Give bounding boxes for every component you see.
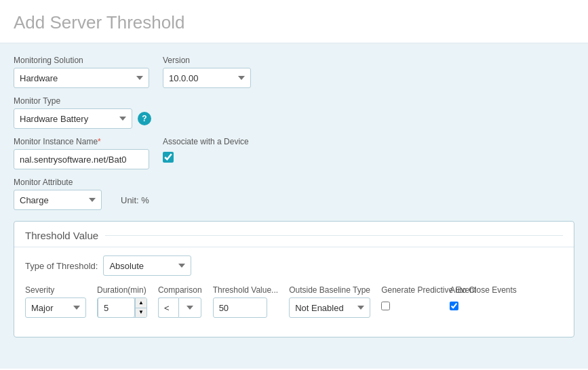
version-group: Version 10.0.00 9.0.00 8.0.00 [163, 56, 251, 88]
comparison-header: Comparison [158, 285, 202, 295]
duration-input[interactable] [98, 297, 135, 318]
help-icon[interactable]: ? [138, 112, 151, 125]
outside-baseline-col: Outside Baseline Type Not Enabled Enable… [289, 285, 370, 318]
monitor-instance-input[interactable] [14, 149, 149, 169]
version-select[interactable]: 10.0.00 9.0.00 8.0.00 [163, 68, 251, 88]
required-asterisk: * [98, 137, 101, 146]
outside-baseline-header: Outside Baseline Type [289, 285, 370, 295]
threshold-value-input[interactable] [213, 297, 267, 318]
monitor-type-label: Monitor Type [14, 96, 574, 106]
comparison-select[interactable]: < > <= >= = [178, 297, 201, 318]
threshold-value-header: Threshold Value... [213, 285, 279, 295]
comparison-input[interactable] [158, 297, 178, 318]
monitoring-solution-label: Monitoring Solution [14, 56, 149, 65]
severity-header: Severity [25, 285, 86, 295]
monitor-instance-label: Monitor Instance Name* [14, 137, 149, 146]
associate-group: Associate with a Device [163, 137, 249, 165]
comparison-col: Comparison < > <= >= = [158, 285, 202, 318]
version-label: Version [163, 56, 251, 65]
monitor-attribute-select[interactable]: Charge Status Voltage [14, 190, 102, 210]
duration-up-button[interactable]: ▲ [136, 298, 146, 308]
threshold-type-label: Type of Threshold: [25, 261, 98, 271]
auto-close-header: Auto Close Events [450, 285, 501, 296]
duration-spinner: ▲ ▼ [135, 298, 146, 317]
content-area: Monitoring Solution Hardware Software Ne… [0, 43, 588, 369]
page-header: Add Server Threshold [0, 0, 588, 43]
generate-predictive-col: Generate Predictive Event [381, 285, 439, 310]
severity-col: Severity Major Minor Critical Warning [25, 285, 86, 318]
auto-close-col: Auto Close Events [450, 285, 501, 310]
threshold-type-select[interactable]: Absolute Relative Baseline [103, 255, 191, 276]
outside-baseline-select[interactable]: Not Enabled Enabled [289, 297, 370, 318]
monitor-attribute-label: Monitor Attribute [14, 178, 102, 187]
threshold-section-title: Threshold Value [25, 230, 98, 241]
monitoring-solution-select[interactable]: Hardware Software Network [14, 68, 149, 88]
page-title-plain: Add Server [14, 12, 102, 33]
associate-checkbox[interactable] [163, 152, 174, 163]
monitoring-solution-group: Monitoring Solution Hardware Software Ne… [14, 56, 149, 88]
duration-wrapper: ▲ ▼ [97, 297, 147, 318]
generate-predictive-header: Generate Predictive Event [381, 285, 439, 296]
threshold-value-col: Threshold Value... [213, 285, 279, 318]
generate-predictive-checkbox[interactable] [381, 302, 390, 310]
auto-close-checkbox[interactable] [450, 302, 458, 310]
page-title-accent: Threshold [106, 12, 185, 33]
unit-label: Unit: % [121, 195, 149, 205]
monitor-instance-group: Monitor Instance Name* [14, 137, 149, 169]
associate-label: Associate with a Device [163, 137, 249, 146]
threshold-section: Threshold Value Type of Threshold: Absol… [14, 221, 574, 337]
duration-header: Duration(min) [97, 285, 147, 295]
monitor-attribute-group: Monitor Attribute Charge Status Voltage [14, 178, 102, 210]
duration-down-button[interactable]: ▼ [136, 308, 146, 318]
severity-select[interactable]: Major Minor Critical Warning [25, 297, 86, 318]
monitor-type-select[interactable]: Hardware Battery Hardware CPU Hardware D… [14, 108, 132, 129]
duration-col: Duration(min) ▲ ▼ [97, 285, 147, 318]
